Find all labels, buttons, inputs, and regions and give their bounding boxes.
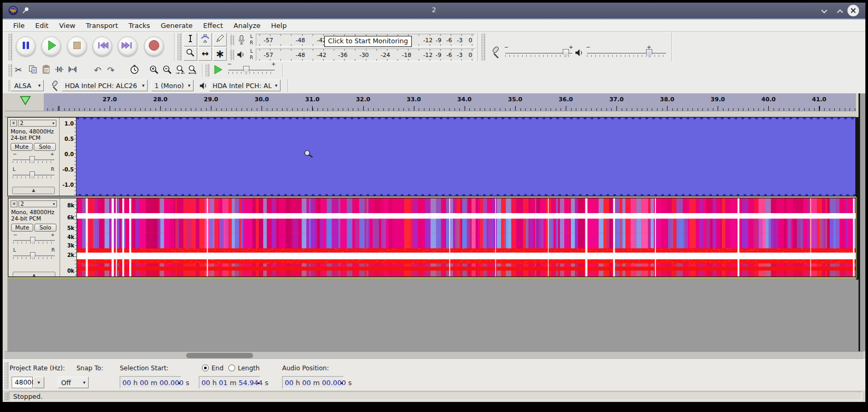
zoom-out-button[interactable] (161, 64, 173, 76)
transcription-toolbar-grip[interactable] (205, 64, 209, 76)
edit-toolbar-grip[interactable] (7, 64, 12, 76)
input-device-select[interactable]: HDA Intel PCH: ALC26 ▾ (62, 80, 148, 91)
waveform-clip[interactable] (76, 118, 855, 196)
meter-toolbar-grip[interactable] (229, 50, 234, 60)
silence-audio-button[interactable] (66, 64, 79, 76)
paste-button[interactable] (40, 64, 52, 76)
horizontal-scrollbar-thumb[interactable] (186, 353, 253, 358)
output-device-select[interactable]: HDA Intel PCH: AL ▾ (209, 80, 281, 91)
playback-meter[interactable]: LR -57-48-42-36-30-24-18-12-9-6-30 (228, 48, 476, 62)
play-button[interactable] (41, 36, 61, 56)
track-1-waveform[interactable] (76, 118, 855, 196)
transport-toolbar-grip[interactable] (7, 33, 12, 61)
track-1-name-menu[interactable]: 2 ▾ (18, 120, 56, 127)
end-radio[interactable] (202, 365, 209, 371)
audio-track-1[interactable]: ✕ 2 ▾ Mono, 48000Hz 24-bit PCM Mute Solo… (7, 117, 856, 196)
track-1-pan-slider[interactable]: L R (13, 171, 54, 180)
track-2-name-menu[interactable]: 2 ▾ (18, 200, 57, 207)
track-1-close-button[interactable]: ✕ (10, 120, 17, 127)
track-2-close-button[interactable]: ✕ (11, 200, 17, 207)
horizontal-scrollbar[interactable] (5, 351, 863, 359)
redo-button[interactable]: ↷ (104, 64, 117, 76)
project-rate-value[interactable]: 48000 (12, 377, 33, 388)
menu-tracks[interactable]: Tracks (123, 22, 156, 30)
zoom-tool-button[interactable] (184, 47, 197, 61)
envelope-tool-button[interactable] (198, 33, 212, 46)
track-2-spectrogram[interactable] (77, 198, 856, 276)
chevron-down-icon: ▾ (53, 202, 55, 206)
pause-button[interactable] (16, 36, 36, 56)
menu-transport[interactable]: Transport (81, 22, 123, 30)
minimize-button[interactable] (819, 6, 830, 16)
menu-effect[interactable]: Effect (198, 22, 228, 30)
track-1-vertical-ruler[interactable]: 1.00.50.0-0.5-1.0 (60, 118, 76, 196)
spectrogram-clip[interactable] (77, 198, 856, 276)
track-area[interactable]: ✕ 2 ▾ Mono, 48000Hz 24-bit PCM Mute Solo… (7, 117, 859, 351)
selection-tool-button[interactable] (184, 33, 197, 46)
skip-to-start-button[interactable] (92, 36, 112, 56)
selection-start-field[interactable]: 00 h 00 m 00.000 s ▾ (120, 376, 181, 389)
menu-file[interactable]: File (8, 22, 30, 30)
mixer-toolbar-grip[interactable] (480, 33, 485, 61)
monitoring-tooltip[interactable]: Click to Start Monitoring (324, 36, 412, 47)
titlebar[interactable]: 2 (3, 3, 865, 20)
vertical-ruler-label: 0k (67, 268, 74, 274)
track-2-mute-button[interactable]: Mute (11, 224, 33, 232)
audio-position-field[interactable]: 00 h 00 m 00.000 s ▾ (282, 376, 344, 389)
audio-track-2[interactable]: ✕ 2 ▾ Mono, 48000Hz 24-bit PCM Mute Solo… (8, 198, 856, 277)
track-1-gain-slider[interactable]: − + (13, 156, 54, 165)
zoom-out-icon (162, 65, 172, 76)
timeline-ruler[interactable]: 27.028.029.030.031.032.033.034.035.036.0… (44, 93, 856, 111)
multi-tool-button[interactable]: ∗ (213, 47, 227, 61)
fit-project-button[interactable] (186, 64, 199, 76)
timeshift-tool-button[interactable]: ↔ (198, 47, 212, 61)
track-2-pan-slider[interactable]: L R (13, 252, 55, 261)
track-2-gain-slider[interactable]: − + (13, 236, 55, 246)
selection-end-field[interactable]: 00 h 01 m 54.944 s ▾ (199, 376, 261, 389)
menu-help[interactable]: Help (266, 22, 292, 30)
menu-generate[interactable]: Generate (156, 22, 198, 30)
meter-toolbar-grip[interactable] (229, 35, 234, 45)
playback-volume-slider[interactable]: − + (587, 50, 666, 59)
timeline-pin-icon[interactable] (19, 95, 32, 108)
playback-speed-slider[interactable]: − + (228, 66, 275, 76)
project-rate-dropdown[interactable]: ▾ (33, 377, 44, 388)
copy-button[interactable] (26, 64, 39, 76)
recording-volume-slider[interactable]: − + (505, 50, 572, 59)
fit-selection-button[interactable] (174, 64, 187, 76)
track-1-mute-button[interactable]: Mute (11, 143, 33, 151)
input-channels-select[interactable]: 1 (Mono) ▾ (151, 80, 194, 91)
track-2-vertical-ruler[interactable]: 8k6k5k4k3k2k0k (60, 198, 77, 276)
length-radio-label[interactable]: Length (238, 365, 259, 372)
selection-toolbar-grip[interactable] (4, 362, 8, 389)
track-1-collapse-button[interactable]: ▲ (12, 187, 55, 194)
track-1-solo-button[interactable]: Solo (34, 143, 56, 151)
maximize-button[interactable] (835, 6, 845, 16)
zoom-in-button[interactable] (148, 64, 160, 76)
draw-tool-button[interactable] (213, 33, 227, 46)
menu-view[interactable]: View (54, 22, 81, 30)
record-button[interactable] (144, 36, 164, 56)
snap-to-select[interactable]: Off ▾ (58, 377, 89, 388)
close-button[interactable] (847, 5, 859, 16)
stop-button[interactable] (67, 36, 87, 56)
playback-meter-scale[interactable]: -57-48-42-36-30-24-18-12-9-6-30 (256, 49, 475, 61)
meter-scale-label: -42 (317, 52, 326, 59)
sync-lock-button[interactable] (128, 64, 141, 76)
undo-button[interactable]: ↶ (91, 64, 104, 76)
ruler-track-divider (5, 111, 856, 117)
cut-button[interactable]: ✂ (12, 64, 25, 76)
timeline-label: 32.0 (356, 96, 370, 103)
play-at-speed-button[interactable] (211, 64, 224, 76)
end-radio-label[interactable]: End (211, 365, 224, 372)
vertical-scrollbar[interactable] (859, 93, 865, 351)
tools-toolbar-grip[interactable] (177, 33, 181, 61)
audio-host-select[interactable]: ALSA ▾ (11, 80, 44, 91)
length-radio[interactable] (228, 365, 235, 371)
trim-audio-button[interactable] (53, 64, 65, 76)
menu-edit[interactable]: Edit (30, 22, 54, 30)
skip-to-end-button[interactable] (118, 36, 138, 56)
menu-analyze[interactable]: Analyze (228, 22, 266, 30)
track-2-solo-button[interactable]: Solo (34, 224, 56, 232)
track-2-collapse-button[interactable]: ▲ (13, 272, 55, 276)
